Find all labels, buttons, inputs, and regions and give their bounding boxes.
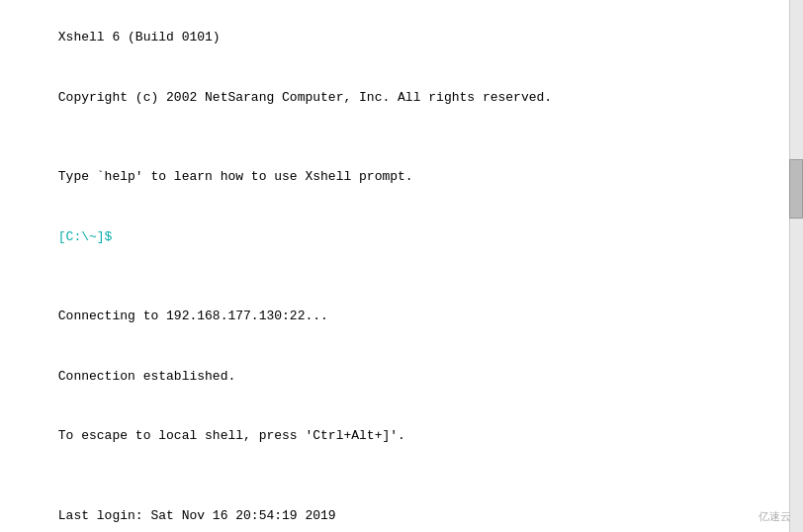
line-empty-3 (12, 466, 775, 486)
line-title: Xshell 6 (Build 0101) (12, 8, 775, 67)
scrollbar[interactable] (789, 0, 803, 532)
scrollbar-thumb[interactable] (789, 159, 803, 219)
line-prompt-c: [C:\~]$ (12, 207, 775, 266)
line-empty-1 (12, 128, 775, 147)
line-last-login: Last login: Sat Nov 16 20:54:19 2019 (12, 486, 775, 532)
line-connecting: Connecting to 192.168.177.130:22... (12, 287, 775, 346)
line-copyright: Copyright (c) 2002 NetSarang Computer, I… (12, 67, 775, 127)
line-escape: To escape to local shell, press 'Ctrl+Al… (12, 406, 775, 466)
prompt-cyan-1: [C:\~]$ (58, 229, 113, 244)
line-help: Type `help' to learn how to use Xshell p… (12, 147, 775, 207)
line-established: Connection established. (12, 346, 775, 405)
watermark: 亿速云 (758, 509, 791, 524)
terminal-window: Xshell 6 (Build 0101) Copyright (c) 2002… (0, 0, 803, 532)
line-empty-2 (12, 267, 775, 287)
